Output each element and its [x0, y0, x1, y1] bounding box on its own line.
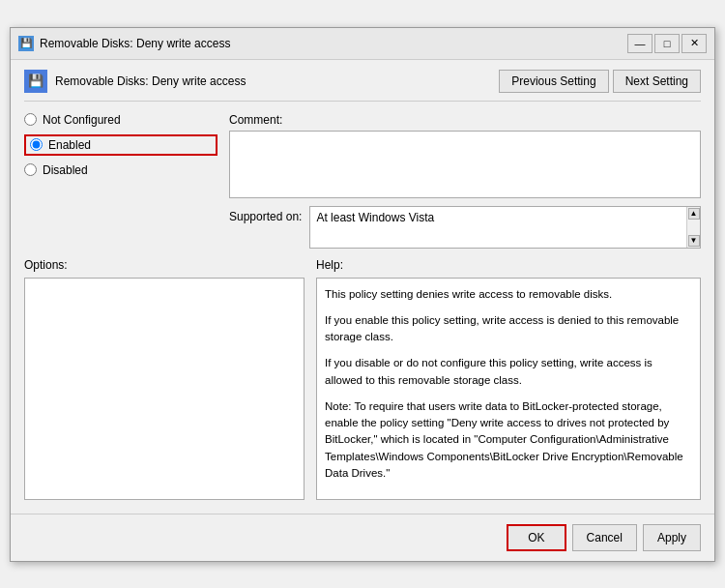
help-box: This policy setting denies write access … — [316, 278, 701, 500]
help-para-4: Note: To require that users write data t… — [325, 398, 692, 482]
help-para-1: This policy setting denies write access … — [325, 286, 692, 303]
options-section: Options: — [24, 258, 304, 500]
help-para-2: If you enable this policy setting, write… — [325, 312, 692, 346]
title-bar: 💾 Removable Disks: Deny write access — □… — [11, 28, 714, 60]
next-setting-button[interactable]: Next Setting — [613, 70, 701, 93]
radio-disabled-input[interactable] — [24, 163, 37, 176]
comment-label: Comment: — [229, 113, 701, 127]
radio-not-configured[interactable]: Not Configured — [24, 113, 218, 127]
enabled-wrapper: Enabled — [24, 134, 218, 156]
help-section: Help: This policy setting denies write a… — [316, 258, 701, 500]
supported-value: At least Windows Vista — [316, 211, 434, 224]
apply-button[interactable]: Apply — [643, 524, 701, 551]
dialog-content: 💾 Removable Disks: Deny write access Pre… — [11, 60, 714, 510]
main-window: 💾 Removable Disks: Deny write access — □… — [10, 27, 715, 562]
header-icon: 💾 — [24, 70, 47, 93]
header-buttons: Previous Setting Next Setting — [499, 70, 701, 93]
ok-button[interactable]: OK — [507, 524, 566, 551]
radio-disabled[interactable]: Disabled — [24, 163, 218, 177]
comment-section: Comment: — [229, 113, 701, 198]
radio-group: Not Configured Enabled Disabled — [24, 113, 218, 177]
title-controls: — □ ✕ — [627, 34, 707, 53]
dialog-buttons: OK Cancel Apply — [11, 514, 714, 561]
comment-textarea[interactable] — [229, 131, 701, 198]
scroll-up-arrow[interactable]: ▲ — [688, 208, 700, 220]
maximize-button[interactable]: □ — [654, 34, 680, 53]
supported-box: At least Windows Vista ▲ ▼ — [309, 206, 701, 249]
header-left: 💾 Removable Disks: Deny write access — [24, 70, 246, 93]
close-button[interactable]: ✕ — [682, 34, 707, 53]
window-title: Removable Disks: Deny write access — [40, 37, 230, 50]
options-label: Options: — [24, 258, 304, 272]
radio-not-configured-input[interactable] — [24, 113, 37, 126]
title-bar-left: 💾 Removable Disks: Deny write access — [18, 36, 230, 51]
scroll-down-arrow[interactable]: ▼ — [688, 235, 700, 247]
supported-row: Supported on: At least Windows Vista ▲ ▼ — [229, 206, 701, 249]
supported-label: Supported on: — [229, 206, 302, 223]
supported-section: Supported on: At least Windows Vista ▲ ▼ — [229, 206, 701, 249]
bottom-section: Options: Help: This policy setting denie… — [24, 258, 701, 500]
right-panel: Comment: Supported on: At least Windows … — [229, 113, 701, 249]
help-para-3: If you disable or do not configure this … — [325, 355, 692, 389]
supported-scrollbar: ▲ ▼ — [686, 207, 700, 248]
header-title: Removable Disks: Deny write access — [55, 74, 246, 88]
radio-enabled[interactable]: Enabled — [30, 138, 91, 152]
help-label: Help: — [316, 258, 701, 272]
options-box — [24, 278, 304, 500]
minimize-button[interactable]: — — [627, 34, 652, 53]
top-layout: Not Configured Enabled Disabled — [24, 113, 701, 249]
header-row: 💾 Removable Disks: Deny write access Pre… — [24, 70, 701, 102]
left-panel: Not Configured Enabled Disabled — [24, 113, 218, 249]
cancel-button[interactable]: Cancel — [572, 524, 637, 551]
window-icon: 💾 — [18, 36, 34, 51]
radio-enabled-input[interactable] — [30, 138, 43, 151]
previous-setting-button[interactable]: Previous Setting — [499, 70, 608, 93]
